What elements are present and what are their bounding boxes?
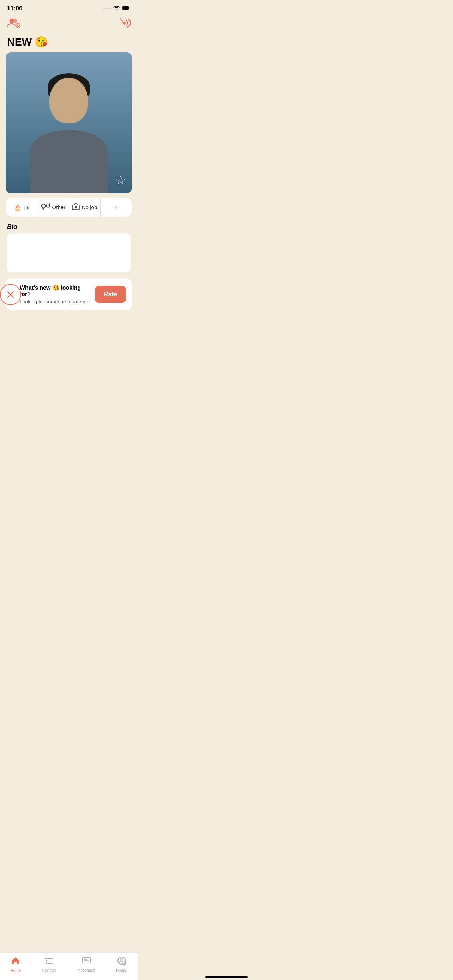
- looking-for-text-block: What's new 😘 looking for? Looking for so…: [11, 284, 95, 304]
- status-icons: [103, 5, 130, 12]
- age-pill: 🎂 18: [6, 198, 37, 216]
- star-icon[interactable]: ☆: [115, 173, 126, 188]
- more-icon: ›: [115, 203, 118, 211]
- job-icon: [72, 203, 80, 211]
- info-pills: 🎂 18 Other: [6, 197, 132, 217]
- battery-icon: [122, 6, 130, 11]
- svg-line-13: [19, 24, 19, 24]
- looking-for-subtitle: Looking for someone to rate me: [20, 299, 90, 304]
- svg-point-3: [13, 19, 17, 23]
- bio-label: Bio: [7, 223, 130, 231]
- wifi-icon: [113, 5, 119, 12]
- svg-point-15: [41, 204, 45, 208]
- svg-line-11: [19, 27, 19, 27]
- top-nav: [0, 16, 138, 34]
- new-emoji: 😘: [35, 36, 48, 48]
- svg-line-10: [16, 24, 16, 24]
- profile-photo: ☆: [6, 52, 132, 193]
- cake-icon: 🎂: [14, 204, 22, 211]
- more-pill[interactable]: ›: [100, 198, 132, 216]
- job-pill: No job: [69, 198, 100, 216]
- gender-value: Other: [52, 204, 66, 210]
- gender-pill: Other: [37, 198, 69, 216]
- looking-for-title: What's new 😘 looking for?: [20, 284, 90, 298]
- dismiss-button[interactable]: [0, 284, 21, 305]
- radar-icon[interactable]: [119, 17, 130, 32]
- status-bar: 11:06: [0, 0, 138, 16]
- users-settings-icon[interactable]: [7, 17, 21, 31]
- new-heading: NEW 😘: [0, 34, 138, 52]
- rate-button[interactable]: Rate: [95, 286, 126, 303]
- svg-line-12: [16, 27, 16, 27]
- job-value: No job: [82, 204, 97, 210]
- gender-icon: [41, 203, 50, 212]
- looking-for-card: What's new 😘 looking for? Looking for so…: [6, 279, 132, 310]
- status-time: 11:06: [7, 5, 22, 12]
- new-label: NEW: [7, 36, 32, 48]
- age-value: 18: [24, 204, 30, 210]
- signal-icon: [103, 8, 111, 9]
- svg-rect-1: [122, 6, 129, 10]
- svg-point-5: [17, 25, 18, 26]
- bio-content: [7, 234, 130, 272]
- bio-section: Bio: [0, 220, 138, 274]
